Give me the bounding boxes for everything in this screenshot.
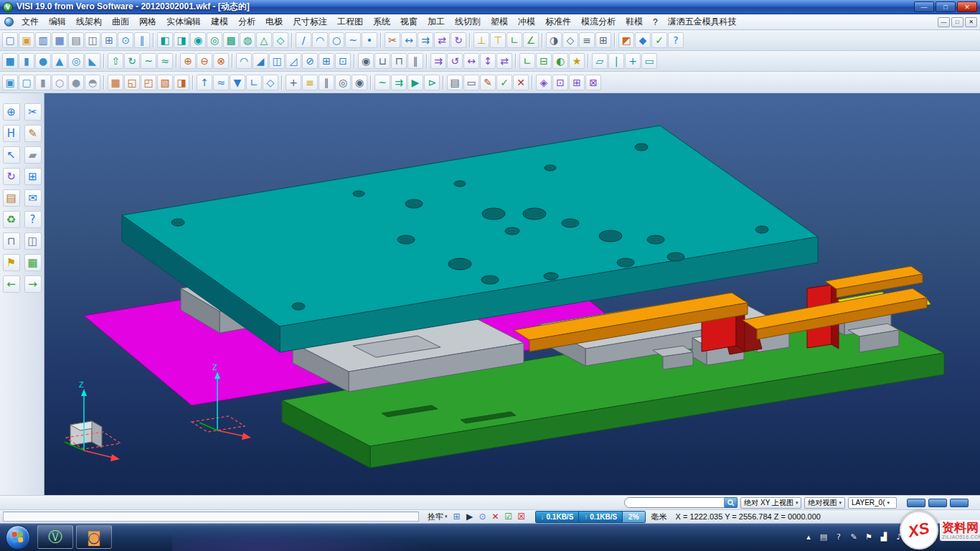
net-surface-icon[interactable]: ▩ xyxy=(223,32,239,48)
revolved-surface-icon[interactable]: ◉ xyxy=(190,32,206,48)
blend-surface-icon[interactable]: ◇ xyxy=(273,32,288,48)
split-icon[interactable]: ⊘ xyxy=(302,53,318,69)
spline-icon[interactable]: ~ xyxy=(345,32,361,48)
wedge-solid-icon[interactable]: ◣ xyxy=(85,53,100,69)
boolean-intersect-icon[interactable]: ⊗ xyxy=(213,53,229,69)
ejector-pin-icon[interactable]: ↑ xyxy=(197,75,212,90)
plane-face-icon[interactable]: ◧ xyxy=(157,32,173,48)
erase-icon[interactable]: ▰ xyxy=(24,146,42,164)
menu-item-6[interactable]: 建模 xyxy=(206,14,233,29)
send-mail-icon[interactable]: ✉ xyxy=(24,189,42,207)
view-front-icon[interactable]: ⊞ xyxy=(569,75,585,90)
help-icon[interactable]: ? xyxy=(668,32,684,48)
sweep-icon[interactable]: ~ xyxy=(141,53,156,69)
maximize-button[interactable]: □ xyxy=(936,1,956,12)
menu-item-4[interactable]: 网格 xyxy=(134,14,161,29)
mirror-icon[interactable]: ⇄ xyxy=(434,32,450,48)
pan-view-icon[interactable]: ↖ xyxy=(3,146,20,164)
boss-feature-icon[interactable]: ⊓ xyxy=(391,53,407,69)
menu-item-12[interactable]: 视窗 xyxy=(395,14,423,29)
wire-path-icon[interactable]: ~ xyxy=(374,75,390,90)
save-icon[interactable]: ▥ xyxy=(35,32,51,48)
menu-item-5[interactable]: 实体编辑 xyxy=(161,14,206,29)
toolpath-icon[interactable]: ⇉ xyxy=(391,75,407,90)
mirror-3d-icon[interactable]: ⇄ xyxy=(496,53,512,69)
angle-dimension-icon[interactable]: ∠ xyxy=(523,32,539,48)
start-button[interactable] xyxy=(6,525,30,550)
cooling-channel-icon[interactable]: ≈ xyxy=(213,75,229,90)
line-icon[interactable]: / xyxy=(296,32,311,48)
menu-item-15[interactable]: 塑模 xyxy=(486,14,513,29)
point-icon[interactable]: • xyxy=(362,32,377,48)
pattern-circular-icon[interactable]: ↺ xyxy=(447,53,463,69)
pattern-linear-icon[interactable]: ⇉ xyxy=(430,53,446,69)
menu-item-1[interactable]: 编辑 xyxy=(44,14,71,29)
datum-plane-icon[interactable]: ▱ xyxy=(592,53,608,69)
center-snap-icon[interactable]: ⊙ xyxy=(476,511,489,522)
mdi-close-button[interactable]: ✕ xyxy=(965,17,977,27)
core-icon[interactable]: ◰ xyxy=(141,75,156,90)
view-iso-icon[interactable]: ◈ xyxy=(536,75,552,90)
menu-item-19[interactable]: 鞋模 xyxy=(621,14,648,29)
open-file-icon[interactable]: ▣ xyxy=(19,32,34,48)
chamfer-icon[interactable]: ◢ xyxy=(253,53,268,69)
command-prompt-field[interactable] xyxy=(3,512,419,522)
ring-icon[interactable]: ○ xyxy=(52,75,67,90)
gate-icon[interactable]: ◇ xyxy=(263,75,278,90)
search-input[interactable] xyxy=(624,497,725,508)
menu-item-9[interactable]: 尺寸标注 xyxy=(288,14,332,29)
sprue-icon[interactable]: ▼ xyxy=(230,75,245,90)
menu-item-10[interactable]: 工程图 xyxy=(332,14,368,29)
print-preview-icon[interactable]: ◫ xyxy=(85,32,100,48)
boolean-union-icon[interactable]: ⊕ xyxy=(180,53,196,69)
spring-icon[interactable]: ≡ xyxy=(302,75,318,90)
electrode-icon[interactable]: ⊥ xyxy=(473,32,489,48)
window-tile-button[interactable] xyxy=(928,499,947,507)
next-view-icon[interactable]: → xyxy=(24,276,42,293)
datum-axis-icon[interactable]: | xyxy=(608,53,624,69)
curvature-analysis-icon[interactable]: ◐ xyxy=(552,53,568,69)
coordinate-system-icon[interactable]: + xyxy=(625,53,641,69)
menu-item-0[interactable]: 文件 xyxy=(17,14,44,29)
mold-tool-icon[interactable]: ◩ xyxy=(618,32,634,48)
section-icon[interactable]: ⊟ xyxy=(536,53,552,69)
rotate-icon[interactable]: ↻ xyxy=(451,32,466,48)
window-tile-button[interactable] xyxy=(907,499,925,507)
slider-icon[interactable]: ◨ xyxy=(174,75,189,90)
menu-item-21[interactable]: 潇洒五金模具科技 xyxy=(663,14,742,29)
extrude-icon[interactable]: ⇧ xyxy=(108,53,123,69)
minimize-button[interactable]: — xyxy=(914,1,934,12)
guide-pillar-icon[interactable]: ∥ xyxy=(319,75,334,90)
render-icon[interactable]: ★ xyxy=(569,53,585,69)
wireframe-view-icon[interactable]: ◇ xyxy=(562,32,578,48)
draft-angle-icon[interactable]: ◿ xyxy=(286,53,301,69)
cursor-icon[interactable]: ▶ xyxy=(463,511,476,522)
workplane-icon[interactable]: ▭ xyxy=(641,53,657,69)
menu-item-13[interactable]: 加工 xyxy=(423,14,450,29)
mdi-minimize-button[interactable]: — xyxy=(938,17,950,27)
menu-item-3[interactable]: 曲面 xyxy=(107,14,134,29)
window-tile-button[interactable] xyxy=(950,499,969,507)
component-icon[interactable]: ▢ xyxy=(19,75,34,90)
drive-surface-icon[interactable]: ◍ xyxy=(240,32,255,48)
draft-surface-icon[interactable]: △ xyxy=(256,32,272,48)
copy-entity-icon[interactable]: ⊞ xyxy=(24,168,42,185)
view-orientation-combo[interactable]: 绝对 XY 上视图▾ xyxy=(740,497,801,509)
image-viewer-taskbar-button[interactable]: ◙ xyxy=(76,525,112,549)
cylinder-solid-icon[interactable]: ▮ xyxy=(19,53,34,69)
export-image-icon[interactable]: ▦ xyxy=(24,254,42,271)
simulate-icon[interactable]: ▶ xyxy=(407,75,423,90)
rib-feature-icon[interactable]: ∥ xyxy=(407,53,423,69)
grid-icon[interactable]: ⊞ xyxy=(595,32,611,48)
extend-icon[interactable]: ↔ xyxy=(401,32,417,48)
arc-icon[interactable]: ◠ xyxy=(312,32,328,48)
menu-item-11[interactable]: 系统 xyxy=(368,14,395,29)
clip-plane-icon[interactable]: ✂ xyxy=(24,103,42,121)
swept-surface-icon[interactable]: ◎ xyxy=(207,32,222,48)
insert-block-icon[interactable]: ▧ xyxy=(157,75,173,90)
visi-taskbar-button[interactable]: Ⓥ xyxy=(37,525,73,549)
layers-icon[interactable]: ≡ xyxy=(579,32,595,48)
scale-3d-icon[interactable]: ↕ xyxy=(480,53,496,69)
torus-solid-icon[interactable]: ◎ xyxy=(68,53,84,69)
tray-app-icon[interactable]: ▤ xyxy=(819,532,829,543)
